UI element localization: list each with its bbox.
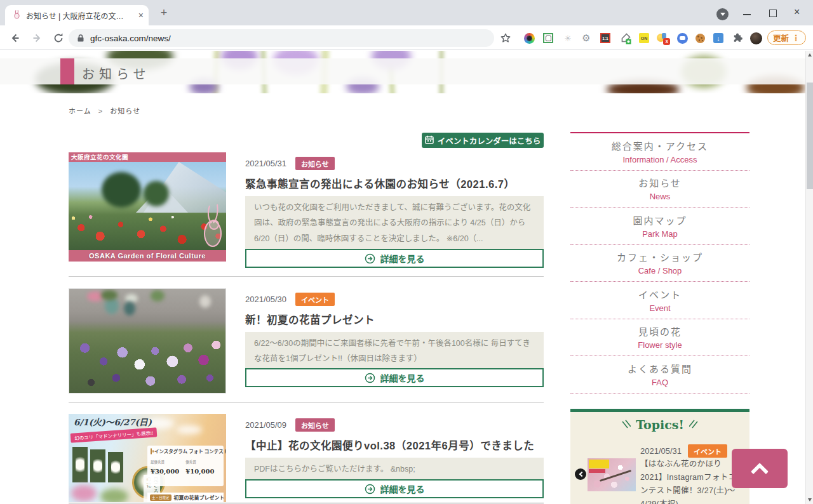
page-scrollbar[interactable] <box>805 51 813 504</box>
page-viewport: お知らせ ホーム > お知らせ イベントカレンダーはこちら 大阪府立花の文化園 <box>0 51 813 504</box>
tab-search-button[interactable] <box>716 8 729 20</box>
carousel-prev-button[interactable] <box>575 468 586 480</box>
detail-button-label: 詳細を見る <box>380 252 425 265</box>
slash-deco-left-icon <box>621 420 631 430</box>
update-label: 更新 <box>773 32 789 44</box>
lock-icon[interactable] <box>77 34 84 43</box>
breadcrumb-separator: > <box>98 107 103 115</box>
slash-deco-right-icon <box>689 420 699 430</box>
poster-ribbon: 幻のユリ「マドンナリリー」も展示!! <box>71 427 158 442</box>
sidebar-item-faq[interactable]: よくある質問 FAQ <box>570 356 749 394</box>
tab-strip: お知らせ | 大阪府立花の文化園 × + × <box>0 0 813 25</box>
tab-title: お知らせ | 大阪府立花の文化園 <box>26 10 128 21</box>
news-category-badge: お知らせ <box>295 157 335 170</box>
maximize-button[interactable] <box>769 10 777 17</box>
extensions-puzzle-icon[interactable] <box>731 32 744 44</box>
title-accent-bar <box>60 58 74 84</box>
poster-prize-1: ¥30,000 <box>151 468 179 475</box>
extension-ratio-icon[interactable]: 1:1 <box>599 32 612 44</box>
news-excerpt: 6/22〜6/30の期間中にご来園者様に先着で午前・午後各100名様に 毎日すて… <box>245 332 544 371</box>
topics-title: Topics! <box>570 418 749 432</box>
address-bar[interactable]: gfc-osaka.com/news/ <box>69 29 494 47</box>
extension-screenshot-icon[interactable] <box>542 32 554 44</box>
poster-contest-panel: インスタグラム フォト コンテスト 最優秀賞¥30,000 優秀賞¥10,000 <box>147 446 224 486</box>
news-thumbnail-poster[interactable]: 6/1(火)〜6/27(日) 幻のユリ「マドンナリリー」も展示!! 見ごろの花 … <box>69 414 226 502</box>
chevron-left-icon <box>579 472 584 477</box>
circle-arrow-icon <box>365 373 375 383</box>
poster-bottom-label: 初夏の花苗プレゼント <box>174 494 225 501</box>
news-item: 大阪府立花の文化園 OSAKA Garden of Floral Culture… <box>69 152 544 276</box>
sidebar-item-information-access[interactable]: 総合案内・アクセス Information / Access <box>570 133 749 171</box>
back-button[interactable] <box>8 30 23 46</box>
topics-category-badge: イベント <box>688 444 727 458</box>
divider <box>69 402 544 403</box>
chevron-down-icon <box>720 13 725 16</box>
scrollbar-thumb[interactable] <box>807 83 813 189</box>
chrome-update-button[interactable]: 更新 ⋮ <box>767 30 806 45</box>
topics-thumbnail-blossoms[interactable] <box>588 458 636 491</box>
poster-date-range: 6/1(火)〜6/27(日) <box>74 415 152 428</box>
extension-brightness-icon[interactable]: ☀ <box>561 32 574 44</box>
sidebar-item-news[interactable]: お知らせ News <box>570 171 749 208</box>
breadcrumb-home-link[interactable]: ホーム <box>69 107 91 115</box>
topics-thumb-yellow-badge <box>589 460 609 468</box>
reload-button[interactable] <box>51 30 66 46</box>
browser-menu-icon[interactable]: ⋮ <box>792 33 800 43</box>
extension-download-icon[interactable]: ↓ <box>712 32 725 44</box>
browser-window: お知らせ | 大阪府立花の文化園 × + × gfc-osaka.com/new… <box>0 0 813 504</box>
sidebar-item-cafe-shop[interactable]: カフェ・ショップ Cafe / Shop <box>570 245 749 282</box>
page-title: お知らせ <box>82 64 151 83</box>
tab-close-icon[interactable]: × <box>138 11 144 20</box>
extension-lens-icon[interactable] <box>523 32 535 44</box>
url-text[interactable]: gfc-osaka.com/news/ <box>90 34 171 43</box>
news-title-link[interactable]: 新！初夏の花苗プレゼント <box>245 312 544 327</box>
detail-button[interactable]: 詳細を見る <box>245 249 544 268</box>
chevron-up-icon <box>751 463 769 481</box>
scrollbar-down-arrow[interactable] <box>808 498 812 501</box>
garden-photo <box>69 162 226 250</box>
news-date: 2021/05/09 <box>245 420 286 430</box>
detail-button[interactable]: 詳細を見る <box>245 368 544 387</box>
news-title-link[interactable]: 緊急事態宣言の発出による休園のお知らせ（2021.6.7） <box>245 176 544 191</box>
new-tab-button[interactable]: + <box>156 7 172 20</box>
profile-avatar[interactable] <box>749 32 762 44</box>
topics-text-link[interactable]: 【はなぶん花のかほり2021】Instagramフォトコンテスト開催！3/27(… <box>640 458 741 504</box>
extension-on-icon[interactable]: ON <box>638 32 650 44</box>
forward-button[interactable] <box>29 30 44 46</box>
news-thumbnail-pansies[interactable] <box>69 288 226 394</box>
detail-button-label: 詳細を見る <box>380 482 425 495</box>
sidebar-item-event[interactable]: イベント Event <box>570 282 749 319</box>
breadcrumb: ホーム > お知らせ <box>69 105 140 116</box>
calendar-icon <box>425 135 434 146</box>
bookmark-star-icon[interactable] <box>499 32 512 44</box>
event-calendar-button[interactable]: イベントカレンダーはこちら <box>422 133 544 148</box>
rabbit-illustration-icon <box>196 203 225 250</box>
sidebar-item-flower-style[interactable]: 見頃の花 Flower style <box>570 319 749 357</box>
topics-box: Topics! 2021/05/31 イベント 【はなぶん花のかほり2021】I… <box>570 409 749 504</box>
divider <box>69 503 544 503</box>
poster-chip: 土・日限定 <box>150 494 171 501</box>
poster-prize-2: ¥10,000 <box>185 468 214 475</box>
sidebar-item-park-map[interactable]: 園内マップ Park Map <box>570 208 749 245</box>
minimize-button[interactable] <box>743 14 751 15</box>
scrollbar-up-arrow[interactable] <box>808 53 812 56</box>
topics-thumb-red-strip <box>589 469 605 473</box>
extension-chat-bubble-icon[interactable] <box>676 32 689 44</box>
hero-banner-photo: お知らせ <box>0 51 805 93</box>
close-button[interactable]: × <box>794 6 800 18</box>
extension-lightbulb-icon[interactable]: 3 <box>656 32 669 44</box>
news-category-badge: お知らせ <box>295 418 335 432</box>
breadcrumb-current: お知らせ <box>110 107 140 115</box>
extension-cookie-icon[interactable] <box>694 32 706 44</box>
news-title-link[interactable]: 【中止】花の文化園便りvol.38（2021年6月号）できました <box>245 437 544 453</box>
news-thumbnail-garden[interactable]: 大阪府立花の文化園 OSAKA Garden of Floral Culture <box>69 152 226 262</box>
scroll-to-top-button[interactable] <box>732 449 788 488</box>
extension-settings-gear-icon[interactable]: ⚙ <box>580 32 593 44</box>
divider <box>69 276 544 277</box>
browser-toolbar: gfc-osaka.com/news/ ☀ ⚙ 1:1 ON 3 ↓ 更新 ⋮ <box>0 25 813 50</box>
news-item: 2021/05/30 イベント 新！初夏の花苗プレゼント 6/22〜6/30の期… <box>69 288 544 390</box>
detail-button[interactable]: 詳細を見る <box>245 479 544 498</box>
browser-tab[interactable]: お知らせ | 大阪府立花の文化園 × <box>5 5 149 25</box>
extension-eyedropper-icon[interactable] <box>619 32 631 44</box>
thumb-label-bottom: OSAKA Garden of Floral Culture <box>69 250 226 262</box>
